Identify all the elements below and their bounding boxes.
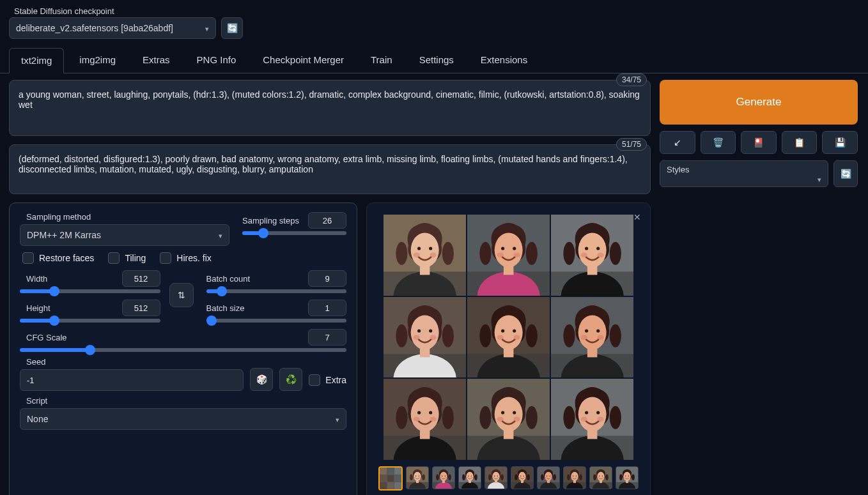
paste-button[interactable]: 📋 [782,131,818,154]
output-image-4[interactable] [467,297,550,378]
output-grid[interactable] [384,215,634,460]
svg-point-59 [610,324,621,347]
svg-point-96 [596,411,600,415]
steps-slider[interactable] [242,231,346,235]
svg-point-153 [523,477,525,478]
thumbnail-6[interactable] [537,466,560,489]
svg-rect-116 [442,480,445,483]
output-image-6[interactable] [384,379,466,460]
svg-point-26 [610,242,621,265]
thumbnail-5[interactable] [511,466,534,489]
output-image-8[interactable] [551,379,633,460]
svg-point-31 [581,252,587,257]
svg-point-108 [414,477,416,478]
width-slider[interactable] [20,289,160,293]
thumbnail-1[interactable] [406,466,429,489]
svg-point-32 [598,252,604,257]
height-value[interactable] [122,300,160,316]
svg-point-87 [513,417,520,422]
svg-rect-50 [504,346,514,357]
svg-point-109 [419,477,421,478]
thumbnail-4[interactable] [484,466,508,489]
svg-point-25 [564,242,575,265]
negative-prompt-input[interactable] [9,144,651,194]
output-image-0[interactable] [384,215,466,296]
svg-point-64 [581,335,587,340]
save-style-button[interactable]: 💾 [822,131,858,154]
tab-train[interactable]: Train [359,48,404,73]
batch-size-value[interactable] [308,300,346,316]
seed-input[interactable] [20,369,244,391]
output-image-1[interactable] [467,215,550,296]
steps-label: Sampling steps [242,216,299,225]
height-label: Height [20,303,50,313]
swap-dimensions-button[interactable]: ⇅ [169,283,194,307]
svg-rect-83 [504,428,514,439]
thumbnail-0[interactable] [378,466,403,491]
recycle-icon: ♻️ [286,374,297,385]
svg-rect-72 [419,428,430,439]
clipboard-icon: 📋 [794,137,805,148]
steps-value[interactable] [308,212,346,229]
hires-fix-checkbox[interactable]: Hires. fix [160,252,211,264]
thumbnail-2[interactable] [432,466,455,489]
styles-select[interactable]: Styles ▾ [660,160,828,187]
prompt-input[interactable] [9,80,651,136]
svg-point-174 [571,477,573,478]
svg-point-102 [410,475,413,481]
output-image-3[interactable] [384,297,466,378]
svg-point-163 [545,477,547,478]
apply-style-button[interactable]: 🔄 [833,160,858,187]
trash-icon: 🗑️ [713,137,724,148]
settings-panel: Sampling method DPM++ 2M Karras Sampling… [9,202,357,495]
tab-settings[interactable]: Settings [408,48,465,73]
sampler-select[interactable]: DPM++ 2M Karras [20,224,229,246]
svg-point-175 [576,477,578,478]
extra-seed-checkbox[interactable]: Extra [309,374,346,386]
thumbnail-3[interactable] [458,466,481,489]
thumbnail-8[interactable] [589,466,612,489]
close-preview-button[interactable]: ✕ [633,212,641,222]
output-image-5[interactable] [551,297,633,378]
batch-size-slider[interactable] [206,319,347,323]
width-value[interactable] [122,270,160,287]
reload-checkpoint-button[interactable]: 🔄 [221,17,243,39]
svg-rect-127 [469,480,471,483]
svg-point-142 [497,477,499,478]
svg-point-47 [479,324,491,347]
tab-checkpoint-merger[interactable]: Checkpoint Merger [251,48,355,73]
extra-networks-button[interactable]: 🎴 [741,131,777,154]
checkpoint-select[interactable]: deliberate_v2.safetensors [9aba26abdf] [9,17,216,39]
reuse-seed-button[interactable]: ♻️ [279,368,302,391]
svg-point-135 [488,475,492,481]
batch-size-label: Batch size [206,303,245,313]
thumbnail-9[interactable] [616,466,639,489]
batch-count-value[interactable] [308,270,346,287]
random-seed-button[interactable]: 🎲 [250,368,273,391]
tiling-checkbox[interactable]: Tiling [108,252,146,264]
script-select[interactable]: None [20,408,346,430]
svg-point-179 [593,475,596,481]
tab-extensions[interactable]: Extensions [469,48,539,73]
batch-count-slider[interactable] [206,289,347,293]
tab-txt2img[interactable]: txt2img [9,48,64,73]
svg-point-70 [442,406,453,429]
output-image-2[interactable] [551,215,633,296]
svg-rect-105 [416,480,419,483]
thumbnail-7[interactable] [563,466,586,489]
height-slider[interactable] [20,319,160,323]
svg-point-75 [413,417,419,422]
tab-extras[interactable]: Extras [131,48,182,73]
tab-img2img[interactable]: img2img [68,48,127,73]
svg-point-4 [442,242,453,265]
svg-point-172 [573,476,573,476]
svg-point-140 [497,476,498,476]
generate-button[interactable]: Generate [660,80,858,125]
restore-faces-checkbox[interactable]: Restore faces [22,252,94,264]
output-image-7[interactable] [467,379,550,460]
read-last-params-button[interactable]: ↙ [660,131,695,154]
clear-prompt-button[interactable]: 🗑️ [701,131,736,154]
cfg-value[interactable] [308,329,346,346]
cfg-slider[interactable] [20,348,346,352]
tab-png-info[interactable]: PNG Info [185,48,248,73]
